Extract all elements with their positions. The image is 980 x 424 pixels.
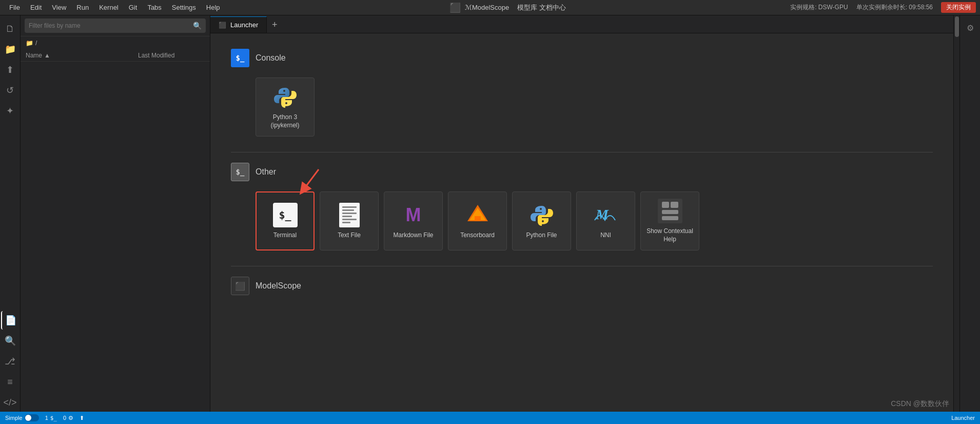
activity-upload[interactable]: ⬆ <box>1 61 19 79</box>
activity-new-folder[interactable]: 📁 <box>1 40 19 59</box>
breadcrumb-path: / <box>35 40 37 47</box>
menu-edit[interactable]: Edit <box>25 0 47 15</box>
col-modified-header[interactable]: Last Modified <box>138 52 205 59</box>
svg-text:M: M <box>595 206 609 222</box>
console-section-icon: $_ <box>231 49 249 67</box>
search-icon[interactable]: 🔍 <box>193 22 202 30</box>
help-icon <box>658 199 682 223</box>
launcher-tensorboard-item[interactable]: Tensorboard <box>448 191 507 250</box>
launcher-terminal-item[interactable]: $_ Terminal <box>256 191 315 250</box>
activity-new-file[interactable]: 🗋 <box>1 20 19 38</box>
status-right-label: Launcher <box>951 415 975 421</box>
brand-logo: ⬛ ℳModelScope 模型库 文档中心 <box>449 2 566 13</box>
launcher-nni-item[interactable]: M NNI <box>576 191 635 250</box>
terminal-count-item[interactable]: 1 $_ <box>45 415 57 421</box>
file-browser: 🔍 📁 / Name ▲ Last Modified <box>21 15 210 412</box>
activity-refresh[interactable]: ↺ <box>1 81 19 100</box>
help-label: Show Contextual Help <box>646 227 694 243</box>
instance-info: 实例规格: DSW-GPU 单次实例剩余时长: 09:58:56 关闭实例 <box>790 2 976 13</box>
nni-label: NNI <box>600 232 611 240</box>
tab-launcher[interactable]: ⬛ Launcher <box>210 16 267 33</box>
notebook-items-grid: Python 3(ipykernel) <box>231 78 933 137</box>
modelscope-section-icon: ⬛ <box>231 277 249 295</box>
terminal-count: 1 <box>45 415 48 421</box>
search-input-wrap[interactable]: 🔍 <box>25 18 206 33</box>
brand-sub: 模型库 文档中心 <box>517 3 566 12</box>
other-section-header: $_ Other <box>231 163 933 181</box>
tab-add-button[interactable]: + <box>267 16 282 33</box>
launcher-pythonfile-item[interactable]: Python File <box>512 191 571 250</box>
console-section-header: $_ Console <box>231 49 933 67</box>
tab-launcher-icon: ⬛ <box>219 22 226 29</box>
menu-kernel[interactable]: Kernel <box>94 0 124 15</box>
activity-debug[interactable]: </> <box>1 393 19 412</box>
scrollbar[interactable] <box>953 15 959 412</box>
branch-icon: ⬆ <box>80 415 84 421</box>
tab-bar: ⬛ Launcher + <box>210 15 953 33</box>
status-bar: Simple 1 $_ 0 ⚙ ⬆ Launcher <box>0 412 980 424</box>
python3-label: Python 3(ipykernel) <box>270 113 299 129</box>
instance-label: 实例规格: DSW-GPU <box>790 3 848 12</box>
nni-icon: M <box>594 203 618 227</box>
settings-icon[interactable]: ⚙ <box>962 20 978 36</box>
activity-extensions[interactable]: ≡ <box>1 373 19 391</box>
toggle-knob <box>25 415 31 421</box>
textfile-icon <box>337 203 362 227</box>
menu-file[interactable]: File <box>4 0 25 15</box>
menu-bar: File Edit View Run Kernel Git Tabs Setti… <box>0 0 980 15</box>
menu-view[interactable]: View <box>47 0 71 15</box>
menu-tabs[interactable]: Tabs <box>142 0 166 15</box>
launcher-panel: $_ Console <box>210 33 953 412</box>
file-table-header: Name ▲ Last Modified <box>21 50 210 62</box>
branch-item[interactable]: ⬆ <box>80 415 84 421</box>
activity-git-panel[interactable]: ⎇ <box>1 352 19 371</box>
right-panel: ⚙ <box>959 15 980 412</box>
svg-rect-3 <box>475 216 481 221</box>
breadcrumb: 📁 / <box>21 36 210 50</box>
menu-settings[interactable]: Settings <box>167 0 201 15</box>
pythonfile-icon <box>530 203 554 227</box>
launcher-status-label: Launcher <box>951 415 975 421</box>
launcher-textfile-item[interactable]: Text File <box>320 191 379 250</box>
pythonfile-label: Python File <box>526 232 557 240</box>
terminal-icon: $_ <box>273 203 298 227</box>
kernel-icon: ⚙ <box>68 415 73 421</box>
tab-launcher-label: Launcher <box>230 21 258 29</box>
main-layout: 🗋 📁 ⬆ ↺ ✦ 📄 🔍 ⎇ ≡ </> 🔍 📁 / Name ▲ Last <box>0 15 980 412</box>
modelscope-section-header: ⬛ ModelScope <box>231 277 933 295</box>
launcher-python3-item[interactable]: Python 3(ipykernel) <box>256 78 315 137</box>
sort-icon: ▲ <box>44 52 50 59</box>
scroll-thumb[interactable] <box>955 16 959 37</box>
markdown-label: Markdown File <box>393 232 433 240</box>
menu-help[interactable]: Help <box>201 0 225 15</box>
terminal-status-icon: $_ <box>50 415 57 421</box>
mode-toggle[interactable] <box>25 414 39 421</box>
activity-git[interactable]: ✦ <box>1 102 19 120</box>
markdown-icon: M <box>401 203 426 227</box>
mode-item[interactable]: Simple <box>5 414 39 421</box>
folder-icon: 📁 <box>26 40 33 47</box>
kernel-count-item[interactable]: 0 ⚙ <box>63 415 73 421</box>
search-input[interactable] <box>29 22 193 29</box>
tensorboard-label: Tensorboard <box>460 232 495 240</box>
col-name-header[interactable]: Name ▲ <box>26 52 138 59</box>
launcher-help-item[interactable]: Show Contextual Help <box>640 191 699 250</box>
launcher-markdown-item[interactable]: M Markdown File <box>384 191 443 250</box>
activity-search[interactable]: 🔍 <box>1 332 19 350</box>
activity-bar: 🗋 📁 ⬆ ↺ ✦ 📄 🔍 ⎇ ≡ </> <box>0 15 21 412</box>
console-section-title: Console <box>256 53 286 63</box>
kernel-count: 0 <box>63 415 66 421</box>
menu-git[interactable]: Git <box>124 0 143 15</box>
terminal-label: Terminal <box>273 232 297 240</box>
other-items-grid: $_ Terminal <box>231 191 933 250</box>
textfile-label: Text File <box>338 232 361 240</box>
timer-label: 单次实例剩余时长: 09:58:56 <box>856 3 933 12</box>
modelscope-section-title: ModelScope <box>256 281 301 291</box>
section-divider-modelscope <box>231 266 933 266</box>
sidebar-toolbar: 🔍 <box>21 15 210 36</box>
activity-files[interactable]: 📄 <box>1 311 19 330</box>
menu-run[interactable]: Run <box>71 0 94 15</box>
other-section-title: Other <box>256 167 276 177</box>
content-area: ⬛ Launcher + $_ Console <box>210 15 953 412</box>
close-instance-button[interactable]: 关闭实例 <box>941 2 976 13</box>
